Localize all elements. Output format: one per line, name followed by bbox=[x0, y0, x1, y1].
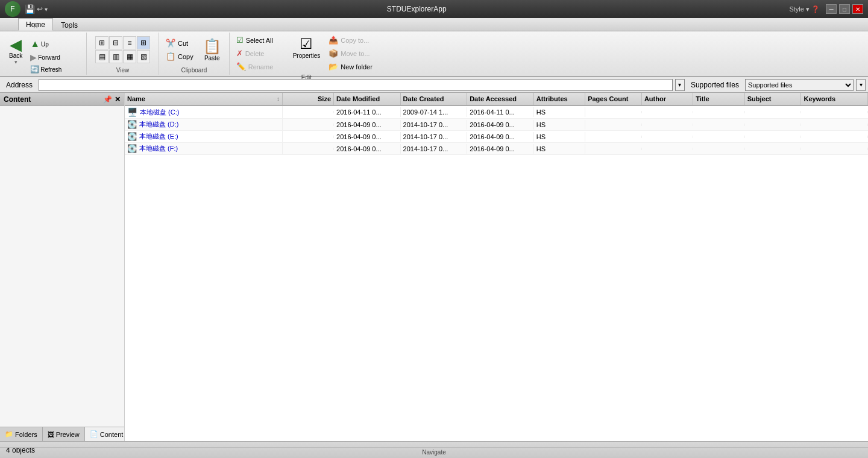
preview-icon: 🖼 bbox=[48, 431, 54, 438]
ribbon: ◀ Back ▾ ▲ Up ▶ Forward 🔄 Refresh Naviga… bbox=[0, 31, 868, 77]
view-filmstrip[interactable]: ▧ bbox=[137, 50, 150, 63]
app-menu-button[interactable]: F bbox=[5, 1, 20, 17]
file-cell: 2016-04-11 0... bbox=[334, 107, 401, 117]
col-header-keywords[interactable]: Keywords bbox=[801, 93, 868, 105]
file-table-header: Name ↕ Size Date Modified Date Created D… bbox=[125, 93, 868, 106]
view-tiles[interactable]: ▤ bbox=[95, 50, 108, 63]
file-cell: 2009-07-14 1... bbox=[401, 107, 468, 117]
properties-button[interactable]: ☑ Properties bbox=[290, 34, 324, 61]
new-folder-button[interactable]: 📂 New folder bbox=[326, 60, 380, 73]
file-cell bbox=[801, 136, 868, 138]
drive-name: 本地磁盘 (F:) bbox=[139, 144, 178, 153]
col-header-subject[interactable]: Subject bbox=[745, 93, 802, 105]
file-cell: 2016-04-09 0... bbox=[467, 132, 534, 142]
sidebar-header: Content 📌 ✕ bbox=[0, 93, 124, 106]
file-cell bbox=[283, 124, 334, 126]
sidebar-tabs: 📁 Folders 🖼 Preview 📄 Content bbox=[0, 427, 124, 441]
file-cell: HS bbox=[534, 132, 585, 142]
col-header-name[interactable]: Name ↕ bbox=[125, 93, 283, 105]
main-layout: Content 📌 ✕ 📁 Folders 🖼 Preview 📄 Conten… bbox=[0, 93, 868, 441]
file-cell bbox=[801, 124, 868, 126]
col-header-size[interactable]: Size bbox=[283, 93, 334, 105]
address-input[interactable] bbox=[39, 79, 673, 91]
sidebar-tab-folders[interactable]: 📁 Folders bbox=[0, 427, 43, 441]
file-cell bbox=[642, 111, 693, 113]
rename-button[interactable]: ✏️ Rename bbox=[233, 60, 288, 73]
folders-icon: 📁 bbox=[5, 430, 13, 438]
sidebar: Content 📌 ✕ 📁 Folders 🖼 Preview 📄 Conten… bbox=[0, 93, 125, 441]
file-cell bbox=[642, 136, 693, 138]
filter-select[interactable]: Supported files bbox=[745, 79, 854, 91]
minimize-button[interactable]: ─ bbox=[826, 4, 837, 14]
clipboard-group: ✂️ Cut 📋 Copy 📋 Paste Clipboard bbox=[159, 33, 230, 75]
sidebar-close-btn[interactable]: ✕ bbox=[115, 95, 121, 104]
title-bar: F 💾 ↩ ▾ STDUExplorerApp Style ▾ ❓ ─ □ ✕ bbox=[0, 0, 868, 18]
table-row[interactable]: 💽本地磁盘 (D:)2016-04-09 0...2014-10-17 0...… bbox=[125, 119, 868, 131]
file-cell bbox=[745, 136, 802, 138]
close-button[interactable]: ✕ bbox=[852, 4, 863, 14]
file-cell: HS bbox=[534, 144, 585, 154]
filter-dropdown-btn[interactable]: ▾ bbox=[856, 79, 866, 91]
navigate-group: ◀ Back ▾ ▲ Up ▶ Forward 🔄 Refresh Naviga… bbox=[2, 33, 87, 75]
clipboard-group-label: Clipboard bbox=[181, 66, 207, 74]
file-cell: 2014-10-17 0... bbox=[401, 132, 468, 142]
view-large-icons[interactable]: ⊞ bbox=[95, 36, 108, 49]
table-row[interactable]: 💽本地磁盘 (F:)2016-04-09 0...2014-10-17 0...… bbox=[125, 143, 868, 155]
col-header-title[interactable]: Title bbox=[693, 93, 744, 105]
file-name-cell: 💽本地磁盘 (E:) bbox=[125, 131, 283, 142]
undo-quick-btn[interactable]: ↩ bbox=[37, 5, 43, 13]
save-quick-btn[interactable]: 💾 bbox=[25, 4, 35, 14]
restore-button[interactable]: □ bbox=[839, 4, 850, 14]
tab-home[interactable]: Home H bbox=[18, 18, 53, 31]
address-dropdown-btn[interactable]: ▾ bbox=[675, 79, 685, 91]
file-cell bbox=[283, 148, 334, 150]
file-cell bbox=[693, 111, 744, 113]
tab-tools[interactable]: Tools T bbox=[53, 19, 86, 31]
back-button[interactable]: ◀ Back ▾ bbox=[6, 35, 25, 67]
up-button[interactable]: ▲ Up bbox=[28, 37, 64, 51]
view-group-label: View bbox=[116, 66, 130, 74]
drive-icon: 🖥️ bbox=[127, 107, 137, 117]
view-small-icons[interactable]: ⊟ bbox=[109, 36, 122, 49]
col-header-author[interactable]: Author bbox=[642, 93, 693, 105]
sidebar-tab-preview[interactable]: 🖼 Preview bbox=[43, 427, 85, 441]
paste-button[interactable]: 📋 Paste bbox=[199, 36, 225, 63]
table-row[interactable]: 🖥️本地磁盘 (C:)2016-04-11 0...2009-07-14 1..… bbox=[125, 106, 868, 119]
cut-button[interactable]: ✂️ Cut bbox=[163, 37, 197, 49]
col-header-attributes[interactable]: Attributes bbox=[534, 93, 585, 105]
copy-to-button[interactable]: 📤 Copy to... bbox=[326, 34, 380, 46]
file-cell bbox=[585, 136, 642, 138]
table-row[interactable]: 💽本地磁盘 (E:)2016-04-09 0...2014-10-17 0...… bbox=[125, 131, 868, 143]
col-header-modified[interactable]: Date Modified bbox=[334, 93, 401, 105]
copy-button[interactable]: 📋 Copy bbox=[163, 50, 197, 63]
col-header-created[interactable]: Date Created bbox=[401, 93, 468, 105]
sidebar-title: Content bbox=[4, 95, 31, 104]
sidebar-tab-content[interactable]: 📄 Content bbox=[85, 427, 125, 441]
drive-name: 本地磁盘 (E:) bbox=[139, 132, 178, 141]
delete-button[interactable]: ✗ Delete bbox=[233, 47, 288, 60]
drive-name: 本地磁盘 (D:) bbox=[139, 120, 178, 129]
file-cell bbox=[642, 148, 693, 150]
sidebar-float-btn[interactable]: 📌 bbox=[103, 95, 112, 104]
drive-name: 本地磁盘 (C:) bbox=[140, 108, 179, 117]
file-cell: 2016-04-09 0... bbox=[334, 144, 401, 154]
view-columns[interactable]: ▥ bbox=[109, 50, 122, 63]
refresh-button[interactable]: 🔄 Refresh bbox=[28, 64, 64, 75]
col-header-pages[interactable]: Pages Count bbox=[585, 93, 642, 105]
col-header-accessed[interactable]: Date Accessed bbox=[467, 93, 534, 105]
forward-button[interactable]: ▶ Forward bbox=[28, 51, 64, 63]
select-all-button[interactable]: ☑ Select All bbox=[233, 34, 288, 46]
sidebar-content bbox=[0, 106, 124, 427]
move-to-button[interactable]: 📦 Move to... bbox=[326, 47, 380, 60]
file-cell: 2016-04-09 0... bbox=[467, 144, 534, 154]
view-list[interactable]: ≡ bbox=[123, 36, 136, 49]
view-buttons: ⊞ ⊟ ≡ ⊞ ▤ ▥ ▦ ▧ bbox=[95, 36, 150, 63]
style-label: Style ▾ ❓ bbox=[785, 4, 823, 14]
view-details[interactable]: ⊞ bbox=[137, 36, 150, 49]
drive-icon: 💽 bbox=[127, 132, 137, 141]
file-cell bbox=[745, 111, 802, 113]
ribbon-tabs: Home H Tools T bbox=[0, 18, 868, 31]
view-thumbstrip[interactable]: ▦ bbox=[123, 50, 136, 63]
file-table-body: 🖥️本地磁盘 (C:)2016-04-11 0...2009-07-14 1..… bbox=[125, 106, 868, 441]
window-controls: Style ▾ ❓ ─ □ ✕ bbox=[785, 4, 863, 14]
